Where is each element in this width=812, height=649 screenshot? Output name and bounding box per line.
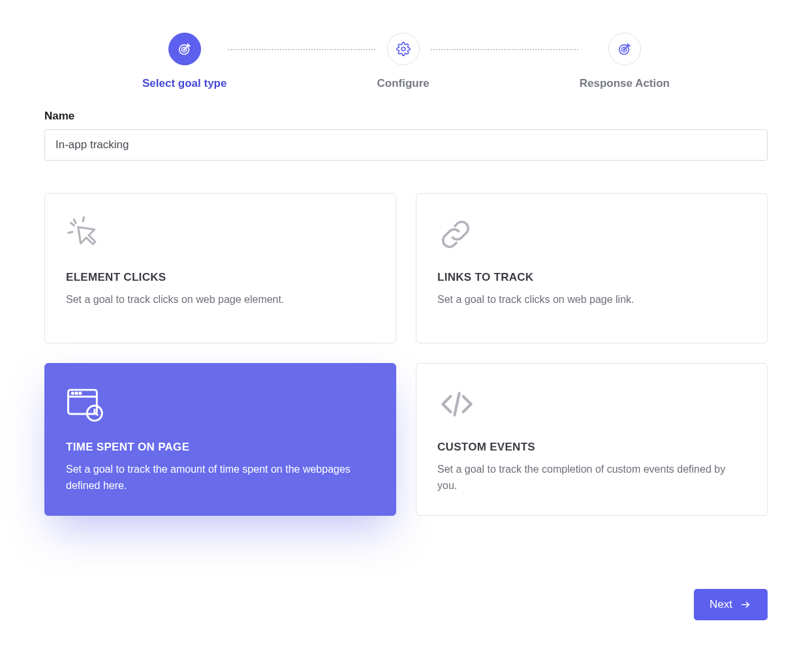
card-time-spent-on-page[interactable]: TIME SPENT ON PAGE Set a goal to track t…	[44, 363, 396, 516]
svg-point-3	[401, 47, 405, 51]
browser-clock-icon	[66, 385, 375, 424]
link-icon	[437, 215, 746, 254]
svg-line-17	[454, 393, 459, 415]
name-input[interactable]	[44, 129, 768, 161]
cursor-click-icon	[66, 215, 375, 254]
name-label: Name	[44, 110, 768, 123]
step-progress: Select goal type Configure Response Acti…	[142, 33, 670, 90]
next-button-label: Next	[710, 598, 732, 611]
card-title: LINKS TO TRACK	[437, 271, 746, 284]
card-desc: Set a goal to track clicks on web page e…	[66, 292, 375, 308]
svg-point-15	[80, 392, 81, 394]
arrow-right-icon	[739, 599, 752, 610]
target-icon	[608, 33, 641, 65]
goal-type-grid: ELEMENT CLICKS Set a goal to track click…	[44, 193, 768, 516]
step-label: Select goal type	[142, 77, 226, 90]
target-icon	[168, 33, 201, 65]
gear-icon	[387, 33, 420, 65]
card-title: TIME SPENT ON PAGE	[66, 441, 375, 454]
step-connector	[410, 49, 599, 50]
step-label: Response Action	[580, 77, 670, 90]
step-response-action[interactable]: Response Action	[580, 33, 670, 90]
card-title: ELEMENT CLICKS	[66, 271, 375, 284]
svg-line-10	[71, 223, 74, 226]
card-element-clicks[interactable]: ELEMENT CLICKS Set a goal to track click…	[44, 193, 396, 343]
step-label: Configure	[377, 77, 429, 90]
code-icon	[437, 385, 746, 424]
card-links-to-track[interactable]: LINKS TO TRACK Set a goal to track click…	[416, 193, 768, 343]
next-button[interactable]: Next	[694, 589, 768, 620]
step-select-goal-type[interactable]: Select goal type	[142, 33, 226, 90]
card-title: CUSTOM EVENTS	[437, 441, 746, 454]
step-configure[interactable]: Configure	[377, 33, 429, 90]
svg-point-14	[76, 392, 77, 394]
card-custom-events[interactable]: CUSTOM EVENTS Set a goal to track the co…	[416, 363, 768, 516]
svg-line-7	[74, 220, 76, 223]
svg-point-13	[72, 392, 73, 394]
card-desc: Set a goal to track the completion of cu…	[437, 462, 746, 494]
svg-line-8	[83, 217, 84, 221]
card-desc: Set a goal to track the amount of time s…	[66, 462, 375, 494]
svg-line-9	[69, 232, 72, 232]
card-desc: Set a goal to track clicks on web page l…	[437, 292, 746, 308]
step-connector	[207, 49, 396, 50]
